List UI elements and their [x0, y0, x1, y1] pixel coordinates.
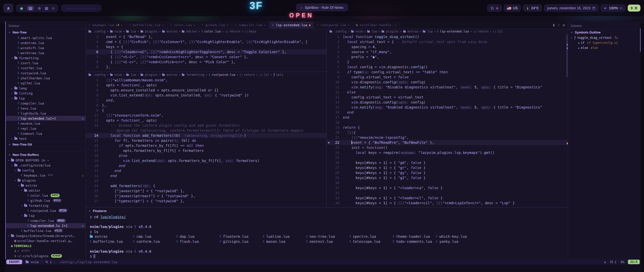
file-entry[interactable]: ☾bufferline.lua — [90, 239, 133, 244]
tree-item[interactable]: ☾rustfmt.lua — [6, 65, 86, 71]
tree-item[interactable]: ☾timeout.lua — [6, 131, 86, 136]
file-entry[interactable]: ☾conform.lua — [133, 239, 176, 244]
code-line[interactable]: 8}, — [86, 103, 326, 108]
file-path[interactable]: .config/…/lsp/lsp-extended.lua — [56, 260, 119, 264]
code-line[interactable]: 34 keys[#keys + 1] = { [1]"<leader>cil",… — [327, 200, 568, 206]
code-line[interactable]: 15 vim.notify(msg: "Enabled diagnostics … — [327, 105, 568, 110]
code-line[interactable]: 21 end — [86, 168, 326, 173]
code-line[interactable]: ---@param tbl table<string, conform.Form… — [86, 128, 326, 133]
tree-item[interactable]: ☾rustywind.lua — [6, 71, 86, 76]
code-line[interactable]: ●22 event = { "BufReadPre", "BufNewFile"… — [327, 140, 568, 145]
updates-module[interactable]: 11 ⊕ — [487, 5, 501, 12]
code-line[interactable]: 17end — [327, 115, 568, 120]
code-line[interactable]: 13 --- Extend the conform plugin config … — [86, 123, 326, 128]
breadcrumb-item[interactable]: extras — [162, 73, 177, 77]
tree-item[interactable]: ☾repl.lua — [6, 126, 86, 131]
tree-item[interactable]: ☾lens.lua — [6, 106, 86, 111]
breadcrumb-item[interactable]: .config — [329, 30, 347, 33]
breadcrumb-item[interactable]: .config — [88, 30, 106, 33]
tab[interactable]: ▨scrollbar-handle-× — [353, 21, 400, 28]
layout-icon[interactable]: ▦ — [563, 23, 565, 27]
tree-item[interactable]: ☾bufferline.lua#328 — [6, 228, 86, 233]
file-entry[interactable]: ☾flash.lua — [176, 239, 220, 244]
code-line[interactable]: 5 opts.ensure_installed = opts.ensure_in… — [86, 88, 326, 93]
code-line[interactable]: 10 vim.diagnostic.config(opts: config) — [327, 80, 568, 85]
system-status-icon[interactable]: ◉ — [20, 6, 23, 10]
tree-item[interactable]: ☾shellharden.lua — [6, 76, 86, 81]
code-line[interactable]: 17 opts.formatters_by_ft[ft] = formatter… — [86, 148, 326, 153]
cmdline[interactable] — [5, 265, 641, 272]
code-line[interactable]: 9 }, — [86, 64, 326, 70]
breadcrumb-item[interactable]: lsp — [423, 30, 433, 33]
breadcrumb-item[interactable]: {}keys — [245, 30, 256, 33]
close-icon[interactable]: × — [121, 23, 123, 27]
code-line[interactable]: 23 init = function() — [327, 145, 568, 150]
breadcrumb-item[interactable]: {}return — [473, 30, 489, 33]
code-line[interactable]: 16 if opts.formatters_by_ft[ft] == nil t… — [86, 143, 326, 148]
code-line[interactable]: 24 local keys = require(modname: "lazyvi… — [327, 150, 568, 155]
tree-group-header[interactable]: ▾Neo-Tree — [6, 29, 86, 35]
breadcrumb-item[interactable]: {}[2] — [259, 73, 269, 77]
code-line[interactable]: 9 config.virtual_text = false — [327, 75, 568, 80]
code-line[interactable]: 4 source = "if_many", — [327, 49, 568, 54]
breadcrumb-item[interactable]: ƒopts — [273, 73, 283, 77]
code-line[interactable]: 8 if type(v: config.virtual_text) == "ta… — [327, 70, 568, 75]
volume-module[interactable]: 100% — [601, 5, 625, 12]
tree-item[interactable]: ☾compiler.lua#682 — [6, 218, 86, 223]
tree-item[interactable]: ☾neodim.lua — [6, 121, 86, 126]
code-line[interactable]: 1local function toggle_diag_virtext() — [327, 34, 568, 39]
tree-item[interactable]: ▾extras — [6, 183, 86, 188]
code-line[interactable]: 3 [1]"williamboman/mason.nvim", — [86, 78, 326, 83]
code-line[interactable]: 6 } — [327, 59, 568, 64]
tab[interactable]: ☾lsp-extended.lua● — [269, 21, 314, 28]
keyboard-icon[interactable]: ▤ — [27, 6, 34, 11]
code-line[interactable]: 22 end — [86, 173, 326, 178]
tree-item[interactable]: ▾plugins — [6, 178, 86, 183]
code-line[interactable]: 7 local config = vim.diagnostic.config() — [327, 64, 568, 70]
tree-item[interactable]: ☾winshift.lua — [6, 45, 86, 50]
file-entry[interactable]: ☾spectre.lua — [349, 234, 393, 239]
terminal-body[interactable]: ❯ cd lua/plugins/ nvim/lua/plugins via ☾… — [86, 214, 568, 259]
link-icon[interactable]: ⊕ — [38, 6, 41, 10]
code-line[interactable]: 12 else — [327, 90, 568, 95]
code-line[interactable]: 24 add_formatters(tbl: { — [86, 183, 326, 188]
close-icon[interactable]: × — [348, 23, 350, 27]
breadcrumb-item[interactable]: lua — [126, 73, 136, 77]
outline-item[interactable]: ▾ƒtoggle_diag_virtextfu — [568, 35, 641, 40]
code-line[interactable]: 12 opts = function(_, opts) — [86, 118, 326, 123]
tree-item[interactable]: ☾undotree.lua — [6, 40, 86, 45]
tree-item[interactable]: ▾OPEN BUFFERS in ~ — [6, 158, 86, 163]
breadcrumb-item[interactable]: extras — [403, 30, 418, 33]
tab[interactable]: ☾bufferline.lua× — [126, 21, 167, 28]
code-line[interactable]: 6 vim.list_extend(dst: opts.ensure_insta… — [86, 93, 326, 98]
close-icon[interactable]: × — [264, 23, 266, 27]
breadcrumb-item[interactable]: nvim — [110, 73, 122, 77]
code-line[interactable]: 11 [1]"stevearc/conform.nvim", — [86, 113, 326, 118]
code-line[interactable]: 15 for ft, formatters in pairs(t: tbl) d… — [86, 138, 326, 143]
tree-item[interactable]: ▸lang — [6, 86, 86, 91]
breadcrumb-item[interactable]: ☾color.lua — [202, 30, 221, 33]
tree-item[interactable]: ☾sqlfmt.lua — [6, 81, 86, 86]
file-entry[interactable]: ☾neo-tree.lua — [306, 234, 349, 239]
breadcrumb-item[interactable]: lua — [367, 30, 377, 33]
tree-item[interactable]: ☾keymaps.lua#10⚠ — [6, 173, 86, 178]
code-line[interactable]: 21 [1]"neovim/nvim-lspconfig", — [327, 135, 568, 140]
tree-item[interactable]: ☾isort.lua — [6, 60, 86, 65]
breadcrumb-item[interactable]: {}return — [239, 73, 255, 77]
breadcrumb-item[interactable]: plugins — [140, 30, 158, 33]
code-line[interactable]: 3 spacing = 4, — [327, 44, 568, 49]
breadcrumb-item[interactable]: plugins — [381, 30, 399, 33]
close-icon[interactable]: × — [162, 23, 164, 27]
tree-item[interactable]: ▣TERMINALS — [6, 243, 86, 248]
breadcrumb-item[interactable]: editor — [182, 30, 197, 33]
code-line[interactable]: 14 local function add_formatters(tbl :ta… — [86, 133, 326, 138]
tab-number[interactable]: 2 — [558, 23, 560, 27]
code-line[interactable]: 16 end — [327, 110, 568, 115]
file-entry[interactable]: ☾neotest.lua — [306, 239, 349, 244]
tab[interactable]: ☾color.lua× — [167, 21, 199, 28]
tree-item[interactable]: ▾formatting — [6, 55, 86, 60]
tree-item[interactable]: ☾worktree.lua — [6, 50, 86, 55]
launcher-button[interactable]: ∧ — [4, 4, 13, 12]
code-line[interactable]: 11 vim.notify(msg: "Disable diagnostics … — [327, 85, 568, 90]
code-line[interactable]: 26 keys[#keys + 1] = { "gd", false } — [327, 160, 568, 165]
